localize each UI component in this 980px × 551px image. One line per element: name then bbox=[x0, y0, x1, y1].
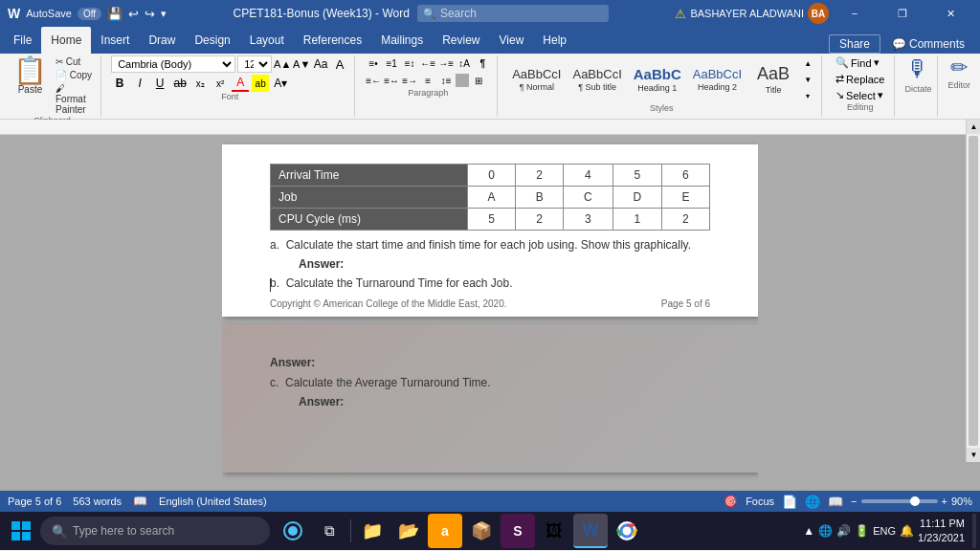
styles-scroll-down[interactable]: ▼ bbox=[800, 72, 815, 87]
title-search-input[interactable] bbox=[417, 5, 609, 22]
scroll-down-arrow[interactable]: ▼ bbox=[967, 448, 980, 462]
change-case-button[interactable]: Aa bbox=[312, 55, 329, 73]
superscript-button[interactable]: x² bbox=[212, 75, 229, 92]
paste-button[interactable]: 📋 Paste bbox=[10, 55, 51, 97]
tab-draw[interactable]: Draw bbox=[139, 27, 185, 54]
view-mode-print[interactable]: 📄 bbox=[782, 495, 797, 509]
font-size-up-button[interactable]: A▲ bbox=[274, 55, 291, 73]
autosave-toggle[interactable]: Off bbox=[78, 8, 101, 20]
close-button[interactable]: ✕ bbox=[928, 0, 972, 27]
tab-view[interactable]: View bbox=[490, 27, 534, 54]
spellcheck-icon[interactable]: 📖 bbox=[133, 495, 147, 508]
underline-button[interactable]: U bbox=[151, 75, 168, 92]
style-subtitle[interactable]: AaBbCcI ¶ Sub title bbox=[568, 64, 626, 95]
find-button[interactable]: 🔍 Find ▾ bbox=[832, 55, 888, 70]
scroll-thumb[interactable] bbox=[969, 136, 978, 446]
tray-chevron[interactable]: ▲ bbox=[803, 524, 814, 538]
align-left-button[interactable]: ≡← bbox=[365, 73, 382, 88]
tab-review[interactable]: Review bbox=[433, 27, 489, 54]
comments-button[interactable]: 💬 Comments bbox=[884, 35, 972, 53]
borders-button[interactable]: ⊞ bbox=[470, 73, 487, 88]
select-button[interactable]: ↘ Select ▾ bbox=[832, 88, 888, 102]
language[interactable]: English (United States) bbox=[159, 496, 267, 507]
bullets-button[interactable]: ≡• bbox=[365, 55, 382, 71]
align-right-button[interactable]: ≡→ bbox=[401, 73, 418, 88]
font-family-select[interactable]: Cambria (Body) bbox=[111, 55, 235, 73]
shading-button[interactable] bbox=[456, 74, 469, 87]
strikethrough-button[interactable]: ab bbox=[171, 75, 189, 92]
zoom-out-icon[interactable]: − bbox=[851, 496, 857, 507]
editor-controls[interactable]: ✏ Editor bbox=[947, 55, 970, 90]
zoom-controls[interactable]: − + 90% bbox=[851, 496, 972, 507]
clear-format-button[interactable]: A bbox=[331, 55, 348, 73]
taskbar-files[interactable]: 📂 bbox=[391, 514, 426, 548]
bold-button[interactable]: B bbox=[111, 75, 128, 92]
tab-home[interactable]: Home bbox=[41, 27, 91, 54]
numbering-button[interactable]: ≡1 bbox=[383, 55, 400, 71]
vertical-scrollbar[interactable]: ▲ ▼ bbox=[966, 120, 980, 462]
tab-help[interactable]: Help bbox=[533, 27, 576, 54]
decrease-indent-button[interactable]: ←≡ bbox=[419, 55, 436, 71]
subscript-button[interactable]: x₂ bbox=[191, 75, 209, 92]
sort-button[interactable]: ↕A bbox=[456, 55, 473, 71]
taskbar-dropbox[interactable]: 📦 bbox=[464, 514, 499, 548]
scroll-up-arrow[interactable]: ▲ bbox=[967, 120, 980, 134]
style-title[interactable]: AaB Title bbox=[748, 61, 798, 98]
view-mode-web[interactable]: 🌐 bbox=[805, 495, 820, 509]
zoom-slider[interactable] bbox=[861, 499, 938, 503]
highlight-button[interactable]: ab bbox=[252, 75, 269, 92]
font-size-select[interactable]: 12 bbox=[237, 55, 272, 73]
align-center-button[interactable]: ≡↔ bbox=[383, 73, 400, 88]
style-heading1[interactable]: AaBbC Heading 1 bbox=[629, 63, 686, 96]
share-button[interactable]: Share bbox=[829, 34, 880, 54]
font-color2-button[interactable]: A▾ bbox=[272, 75, 289, 92]
zoom-in-icon[interactable]: + bbox=[942, 496, 947, 507]
tab-file[interactable]: File bbox=[4, 27, 41, 54]
taskbar-chrome[interactable] bbox=[610, 514, 644, 548]
taskbar-amazon[interactable]: a bbox=[428, 514, 462, 548]
styles-scroll-up[interactable]: ▲ bbox=[800, 55, 815, 71]
show-hide-button[interactable]: ¶ bbox=[474, 55, 491, 71]
restore-button[interactable]: ❐ bbox=[880, 0, 924, 27]
view-mode-read[interactable]: 📖 bbox=[828, 495, 843, 509]
taskbar-explorer[interactable]: 📁 bbox=[355, 514, 390, 548]
page-info[interactable]: Page 5 of 6 bbox=[8, 496, 61, 507]
font-color-button[interactable]: A bbox=[232, 75, 249, 92]
replace-button[interactable]: ⇄ Replace bbox=[832, 72, 888, 86]
style-normal[interactable]: AaBbCcI ¶ Normal bbox=[507, 64, 566, 95]
undo-icon[interactable]: ↩ bbox=[128, 7, 139, 21]
focus-label[interactable]: Focus bbox=[746, 496, 774, 507]
copy-button[interactable]: 📄 Copy bbox=[53, 69, 95, 81]
tab-references[interactable]: References bbox=[294, 27, 371, 54]
zoom-percent[interactable]: 90% bbox=[951, 496, 972, 507]
format-painter-button[interactable]: 🖌 Format Painter bbox=[53, 82, 95, 116]
taskbar-word[interactable]: W bbox=[573, 514, 608, 548]
minimize-button[interactable]: − bbox=[833, 0, 877, 27]
notification-icon[interactable]: 🔔 bbox=[900, 524, 914, 538]
avatar[interactable]: BA bbox=[808, 3, 829, 24]
tab-design[interactable]: Design bbox=[185, 27, 239, 54]
taskbar-task-view[interactable]: ⧉ bbox=[312, 514, 346, 548]
taskbar-clock[interactable]: 11:11 PM 1/23/2021 bbox=[918, 517, 965, 546]
volume-icon[interactable]: 🔊 bbox=[836, 524, 851, 538]
style-heading2[interactable]: AaBbCcI Heading 2 bbox=[688, 64, 746, 95]
cut-button[interactable]: ✂ Cut bbox=[53, 55, 95, 68]
justify-button[interactable]: ≡ bbox=[419, 73, 436, 88]
italic-button[interactable]: I bbox=[131, 75, 148, 92]
taskbar-app-5[interactable]: 🖼 bbox=[537, 514, 571, 548]
show-desktop-button[interactable] bbox=[972, 514, 976, 548]
battery-icon[interactable]: 🔋 bbox=[855, 524, 869, 538]
styles-more[interactable]: ▾ bbox=[800, 88, 815, 103]
tab-insert[interactable]: Insert bbox=[91, 27, 139, 54]
tab-layout[interactable]: Layout bbox=[240, 27, 294, 54]
line-spacing-button[interactable]: ↕≡ bbox=[437, 73, 455, 88]
tab-mailings[interactable]: Mailings bbox=[371, 27, 433, 54]
save-icon[interactable]: 💾 bbox=[107, 7, 122, 21]
redo-icon[interactable]: ↪ bbox=[145, 7, 155, 21]
microphone-icon[interactable]: 🎙 bbox=[906, 55, 929, 82]
increase-indent-button[interactable]: →≡ bbox=[437, 55, 455, 71]
multilevel-button[interactable]: ≡↕ bbox=[401, 55, 418, 71]
taskbar-search-box[interactable]: 🔍 Type here to search bbox=[40, 517, 270, 545]
language-indicator[interactable]: ENG bbox=[873, 525, 896, 537]
network-icon[interactable]: 🌐 bbox=[818, 524, 833, 538]
